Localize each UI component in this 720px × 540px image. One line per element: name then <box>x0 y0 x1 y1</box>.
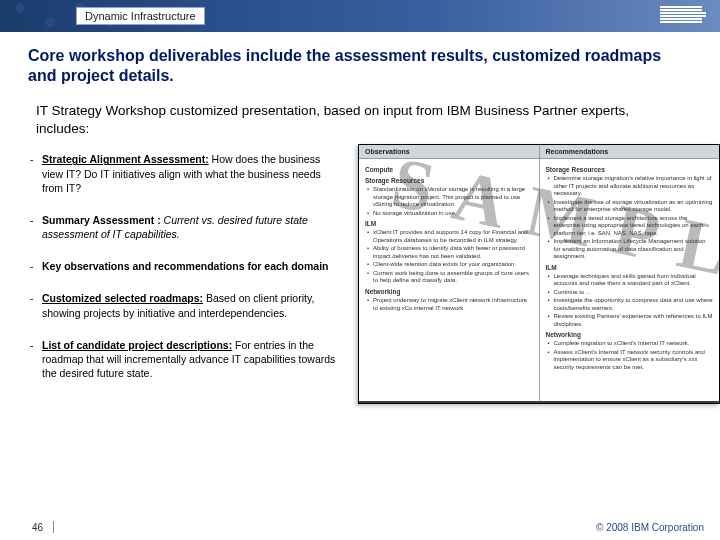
slide-body: Core workshop deliverables include the a… <box>0 32 720 518</box>
header-bar: Dynamic Infrastructure <box>0 0 720 32</box>
panel-section-list: Complete migration to xClient's Internal… <box>548 340 714 371</box>
bullet-text: List of candidate project descriptions: … <box>42 338 340 381</box>
panel-section-item: Client-wide retention data exists for yo… <box>367 261 533 269</box>
page-number: 46 <box>32 522 43 533</box>
panel-header-row: Observations Recommendations <box>359 145 719 159</box>
panel-section-list: Leverage techniques and skills gained fr… <box>548 273 714 329</box>
bullet-item: -Customized selected roadmaps: Based on … <box>30 291 340 319</box>
panel-section-item: Determine storage migration's relative i… <box>548 175 714 198</box>
bullet-item: -Summary Assessment : Current vs. desire… <box>30 213 340 241</box>
panel-section-item: Assess xClient's Internal IT network sec… <box>548 349 714 372</box>
panel-section-title: Networking <box>365 288 533 296</box>
footer: 46 © 2008 IBM Corporation <box>0 518 720 540</box>
panel-section-item: xClient IT provides and supports 14 copy… <box>367 229 533 244</box>
panel-section-list: Standardization on xVendor storage is re… <box>367 186 533 217</box>
panel-section-item: Complete migration to xClient's Internal… <box>548 340 714 348</box>
bullet-item: -List of candidate project descriptions:… <box>30 338 340 381</box>
bullet-item: -Strategic Alignment Assessment: How doe… <box>30 152 340 195</box>
sample-panel: Observations Recommendations ComputeStor… <box>358 144 720 404</box>
panel-body: ComputeStorage ResourcesStandardization … <box>359 159 719 401</box>
bullet-dash: - <box>30 259 42 273</box>
panel-head-observations: Observations <box>359 145 540 158</box>
bullet-list: -Strategic Alignment Assessment: How doe… <box>30 152 340 380</box>
bullet-dash: - <box>30 291 42 319</box>
panel-section-item: Standardization on xVendor storage is re… <box>367 186 533 209</box>
panel-section-title: ILM <box>546 264 714 272</box>
bullet-text: Key observations and recommendations for… <box>42 259 329 273</box>
panel-section-item: Continue to… <box>548 289 714 297</box>
panel-section-item: Current work being done to assemble grou… <box>367 270 533 285</box>
panel-section-item: Ability of business to identify data wit… <box>367 245 533 260</box>
bullet-item: -Key observations and recommendations fo… <box>30 259 340 273</box>
panel-section-item: No storage virtualization in use. <box>367 210 533 218</box>
panel-col-observations: ComputeStorage ResourcesStandardization … <box>359 159 540 401</box>
panel-section-item: Project underway to migrate xClient netw… <box>367 297 533 312</box>
bullet-dash: - <box>30 213 42 241</box>
panel-section-item: Implement an Information Lifecycle Manag… <box>548 238 714 261</box>
panel-section-title: Storage Resources <box>365 177 533 185</box>
panel-section-list: Project underway to migrate xClient netw… <box>367 297 533 312</box>
footer-divider <box>53 521 54 533</box>
bullet-dash: - <box>30 338 42 381</box>
copyright: © 2008 IBM Corporation <box>596 522 704 533</box>
page-number-group: 46 <box>32 521 54 533</box>
panel-section-item: Implement a tiered storage architecture … <box>548 215 714 238</box>
bullet-text: Summary Assessment : Current vs. desired… <box>42 213 340 241</box>
slide-intro: IT Strategy Workshop customized presenta… <box>36 102 684 138</box>
bullet-text: Strategic Alignment Assessment: How does… <box>42 152 340 195</box>
panel-section-title: Networking <box>546 331 714 339</box>
panel-section-title: ILM <box>365 220 533 228</box>
panel-col-recommendations: Storage ResourcesDetermine storage migra… <box>540 159 720 401</box>
bullet-text: Customized selected roadmaps: Based on c… <box>42 291 340 319</box>
panel-section-title: Storage Resources <box>546 166 714 174</box>
panel-head-recommendations: Recommendations <box>540 145 720 158</box>
ibm-logo-icon <box>660 6 706 23</box>
bullet-dash: - <box>30 152 42 195</box>
tagline: Dynamic Infrastructure <box>76 7 205 25</box>
panel-section-item: Investigate the opportunity to compress … <box>548 297 714 312</box>
panel-section-item: Review existing Partners' experience wit… <box>548 313 714 328</box>
panel-group-title: Compute <box>365 166 533 174</box>
panel-section-item: Investigate the use of storage virtualiz… <box>548 199 714 214</box>
panel-section-list: xClient IT provides and supports 14 copy… <box>367 229 533 285</box>
slide-title: Core workshop deliverables include the a… <box>28 46 692 86</box>
panel-section-list: Determine storage migration's relative i… <box>548 175 714 261</box>
panel-section-item: Leverage techniques and skills gained fr… <box>548 273 714 288</box>
